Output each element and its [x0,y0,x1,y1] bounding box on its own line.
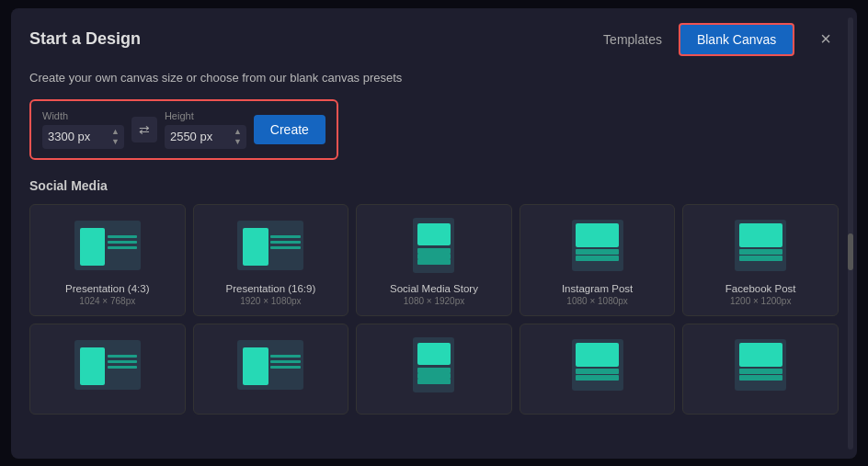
thumb-portrait [413,337,454,392]
close-button[interactable]: × [813,25,839,53]
thumb-landscape [237,340,303,390]
thumb-inner-left [243,347,268,385]
preset-card[interactable]: Presentation (4:3) 1024 × 768px [29,204,186,316]
thumb-lines [108,355,137,384]
width-input[interactable] [42,126,107,147]
width-input-wrap: ▲ ▼ [42,125,124,149]
preset-card[interactable] [29,324,186,415]
thumb-line [270,241,300,244]
preset-thumbnail [71,335,144,395]
height-input-wrap: ▲ ▼ [165,125,246,149]
preset-thumbnail [724,335,797,395]
thumb-line [108,366,137,369]
tab-blank-canvas[interactable]: Blank Canvas [679,23,794,56]
description-text: Create your own canvas size or choose fr… [29,71,839,85]
thumb-lines [270,355,300,384]
height-label: Height [165,110,246,121]
preset-thumbnail [234,335,307,395]
preset-size: 1920 × 1080px [240,296,301,306]
height-down-btn[interactable]: ▼ [231,137,245,147]
preset-thumbnail [724,216,797,276]
preset-thumbnail [234,216,307,276]
thumb-line [270,235,300,238]
modal: Start a Design Templates Blank Canvas × … [11,8,857,459]
width-field: Width ▲ ▼ [42,110,124,149]
modal-title: Start a Design [29,29,141,49]
width-spinner: ▲ ▼ [107,125,124,149]
thumb-square [735,339,786,391]
preset-name: Presentation (4:3) [65,283,149,294]
width-label: Width [42,110,124,121]
preset-thumbnail [71,216,144,276]
thumb-line [108,360,137,363]
thumb-line [270,360,300,363]
thumb-square [572,339,623,391]
preset-thumbnail [397,335,471,395]
create-button[interactable]: Create [254,115,326,144]
width-down-btn[interactable]: ▼ [108,137,122,147]
height-up-btn[interactable]: ▲ [231,127,245,137]
thumb-line [108,235,137,238]
preset-name: Presentation (16:9) [225,283,315,294]
thumb-landscape [74,340,141,390]
preset-name: Facebook Post [725,283,796,294]
preset-card[interactable]: Social Media Story 1080 × 1920px [356,204,512,316]
preset-size: 1200 × 1200px [730,296,791,306]
preset-name: Instagram Post [562,283,633,294]
thumb-inner-left [243,228,268,266]
tab-bar: Templates Blank Canvas [587,23,794,56]
tab-templates[interactable]: Templates [587,23,679,56]
preset-card[interactable] [356,324,512,415]
thumb-line [270,355,300,358]
preset-size: 1080 × 1920px [404,296,464,306]
height-spinner: ▲ ▼ [229,125,246,149]
overlay: Start a Design Templates Blank Canvas × … [0,0,868,466]
width-up-btn[interactable]: ▲ [108,127,122,137]
thumb-square [572,220,623,271]
thumb-lines [108,235,137,265]
preset-card[interactable]: Instagram Post 1080 × 1080px [520,204,676,316]
thumb-landscape [237,221,303,270]
scrollbar-thumb[interactable] [848,233,853,270]
preset-card[interactable]: Facebook Post 1200 × 1200px [682,204,839,316]
preset-card[interactable] [193,324,349,415]
swap-button[interactable]: ⇄ [131,117,157,142]
presets-grid: Presentation (4:3) 1024 × 768px [29,204,839,415]
preset-name: Social Media Story [390,283,478,294]
thumb-line [270,366,300,369]
thumb-line [270,246,300,249]
preset-card[interactable] [682,324,839,415]
preset-thumbnail [561,216,634,276]
scrollbar-track[interactable] [848,17,853,449]
size-controls: Width ▲ ▼ ⇄ Height ▲ [29,99,338,160]
thumb-inner-left [80,228,105,266]
preset-card[interactable]: Presentation (16:9) 1920 × 1080px [193,204,349,316]
thumb-line [108,246,137,249]
thumb-square [735,220,786,271]
thumb-line [108,241,137,244]
height-input[interactable] [165,126,229,147]
preset-size: 1024 × 768px [79,296,135,306]
preset-thumbnail [561,335,634,395]
thumb-inner-left [80,347,105,385]
height-field: Height ▲ ▼ [165,110,246,149]
thumb-line [108,355,137,358]
thumb-landscape [74,221,141,270]
thumb-portrait [413,218,454,273]
preset-card[interactable] [520,324,676,415]
preset-thumbnail [397,216,471,276]
modal-header: Start a Design Templates Blank Canvas × [11,8,857,56]
thumb-lines [270,235,300,265]
preset-size: 1080 × 1080px [566,296,627,306]
section-title: Social Media [29,178,839,193]
modal-body: Create your own canvas size or choose fr… [11,56,857,459]
